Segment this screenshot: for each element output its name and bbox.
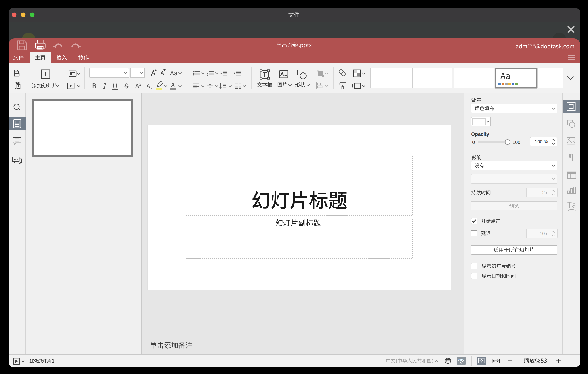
svg-text:ABC: ABC bbox=[458, 358, 465, 361]
svg-text:10 s: 10 s bbox=[539, 231, 548, 236]
svg-text:100 %: 100 % bbox=[535, 139, 548, 144]
svg-text:0: 0 bbox=[472, 140, 475, 145]
svg-text:100: 100 bbox=[513, 140, 520, 145]
svg-text:Opacity: Opacity bbox=[471, 131, 489, 137]
svg-text:2 s: 2 s bbox=[542, 190, 548, 195]
